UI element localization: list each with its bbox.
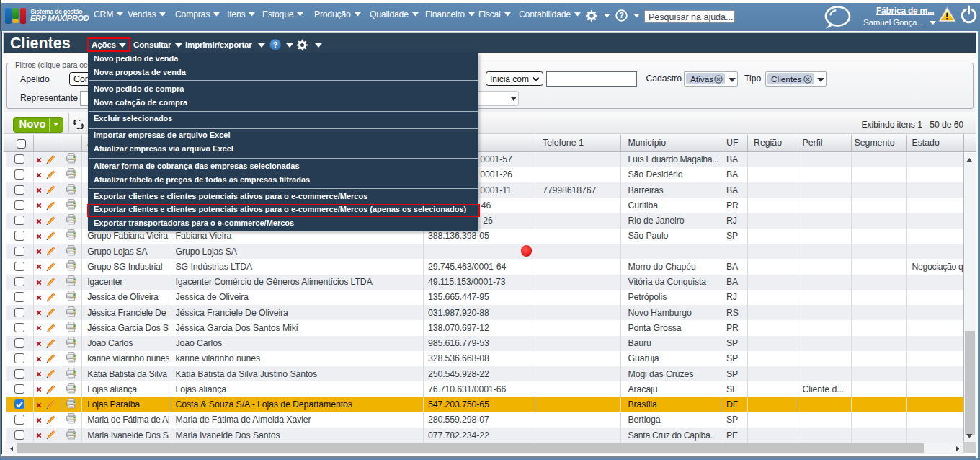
- svg-text:?: ?: [273, 40, 278, 49]
- svg-text:?: ?: [619, 11, 624, 19]
